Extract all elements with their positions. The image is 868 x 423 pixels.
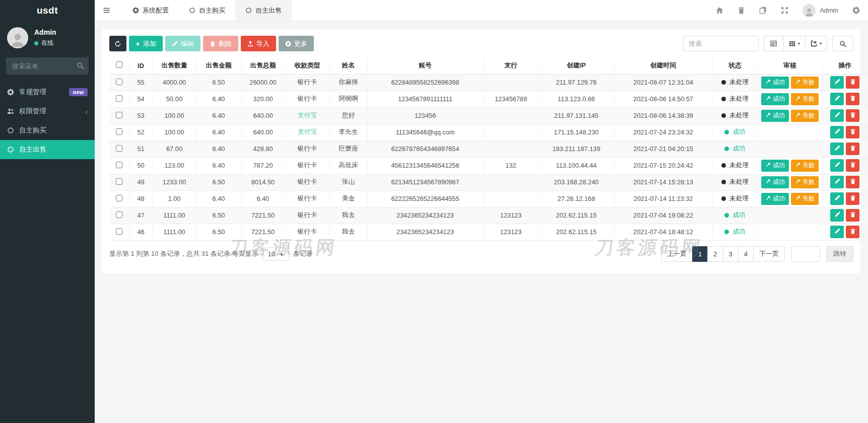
edit-button[interactable]: 编辑	[165, 36, 201, 51]
edit-row-button[interactable]	[830, 126, 844, 138]
audit-fail-button[interactable]: 失败	[791, 176, 819, 188]
audit-fail-button[interactable]: 失败	[791, 110, 819, 122]
audit-fail-button[interactable]: 失败	[791, 93, 819, 105]
trash-icon	[850, 128, 856, 136]
delete-row-button[interactable]	[846, 109, 859, 122]
edit-row-button[interactable]	[830, 192, 844, 205]
cell-status: 未处理	[712, 157, 758, 174]
delete-row-button[interactable]	[846, 192, 859, 205]
row-checkbox[interactable]	[116, 228, 122, 235]
prev-page-button[interactable]: 上一页	[661, 246, 693, 262]
trash-icon	[850, 178, 856, 186]
delete-row-button[interactable]	[846, 159, 859, 172]
row-checkbox[interactable]	[116, 145, 122, 152]
tab-self-sell[interactable]: 自主出售	[235, 0, 292, 21]
home-icon[interactable]	[716, 7, 723, 14]
gavel-icon	[795, 112, 800, 119]
delete-row-button[interactable]	[846, 143, 859, 155]
sidebar-item-permission-management[interactable]: 权限管理‹	[0, 102, 95, 121]
cell-created: 2021-08-06 14:50:57	[614, 91, 712, 107]
page-button-2[interactable]: 2	[707, 246, 723, 262]
edit-row-button[interactable]	[830, 76, 844, 89]
edit-row-button[interactable]	[830, 143, 844, 155]
audit-fail-button[interactable]: 失败	[791, 77, 819, 89]
select-all-checkbox[interactable]	[116, 61, 122, 68]
audit-success-button[interactable]: 成功	[761, 176, 789, 188]
next-page-button[interactable]: 下一页	[753, 246, 785, 262]
tab-self-buy[interactable]: 自主购买	[179, 0, 235, 21]
copy-pages-icon[interactable]	[759, 7, 767, 14]
select-all-cell	[109, 57, 129, 74]
delete-row-button[interactable]	[846, 93, 859, 105]
circle-icon	[245, 7, 252, 14]
cell-actions	[822, 107, 867, 124]
row-checkbox[interactable]	[116, 112, 122, 118]
navbar-user-menu[interactable]: Admin	[803, 4, 838, 17]
more-button[interactable]: 更多	[279, 36, 314, 51]
audit-fail-button[interactable]: 失败	[791, 193, 819, 205]
sidebar-item-general-management[interactable]: 常规管理new	[0, 83, 95, 102]
tab-system-config[interactable]: 系统配置	[122, 0, 179, 21]
chevron-down-icon: ▾	[798, 41, 800, 46]
import-button[interactable]: 导入	[241, 36, 276, 51]
sidebar: usdt Admin 在线 常规管理new权限管理‹自主购买自主出售	[0, 0, 95, 423]
page-button-3[interactable]: 3	[723, 246, 739, 262]
sidebar-menu: 常规管理new权限管理‹自主购买自主出售	[0, 83, 95, 159]
delete-button[interactable]: 删除	[203, 36, 238, 51]
row-checkbox[interactable]	[116, 79, 122, 85]
page-button-4[interactable]: 4	[738, 246, 754, 262]
edit-row-button[interactable]	[830, 209, 844, 222]
settings-gear-icon[interactable]	[852, 7, 860, 14]
jump-page-input[interactable]	[791, 246, 820, 262]
add-button[interactable]: + 添加	[129, 36, 163, 51]
circle-icon	[189, 7, 195, 14]
delete-row-button[interactable]	[846, 126, 859, 138]
delete-row-button[interactable]	[846, 226, 859, 238]
refresh-button[interactable]	[109, 36, 126, 51]
cell-qty: 4000.00	[152, 74, 196, 91]
edit-row-button[interactable]	[830, 176, 844, 188]
row-checkbox[interactable]	[116, 162, 122, 168]
row-checkbox[interactable]	[116, 95, 122, 102]
audit-success-button[interactable]: 成功	[761, 160, 789, 172]
cell-status: 未处理	[712, 91, 758, 107]
edit-row-button[interactable]	[830, 226, 844, 238]
jump-button[interactable]: 跳转	[826, 246, 853, 262]
audit-success-button[interactable]: 成功	[761, 77, 789, 89]
audit-success-button[interactable]: 成功	[761, 93, 789, 105]
audit-success-button[interactable]: 成功	[761, 110, 789, 122]
edit-row-button[interactable]	[830, 159, 844, 172]
cell-total: 428.80	[241, 140, 285, 157]
page-button-1[interactable]: 1	[692, 246, 708, 262]
trash-icon[interactable]	[738, 7, 745, 14]
delete-row-button[interactable]	[846, 76, 859, 89]
edit-row-button[interactable]	[830, 109, 844, 122]
audit-fail-button[interactable]: 失败	[791, 160, 819, 172]
row-checkbox[interactable]	[116, 195, 122, 201]
column-header: 创建IP	[539, 57, 614, 74]
detail-view-button[interactable]	[764, 36, 784, 51]
columns-button[interactable]: ▾	[783, 36, 806, 51]
search-submit-button[interactable]	[832, 36, 853, 51]
audit-success-button[interactable]: 成功	[761, 193, 789, 205]
avatar	[7, 27, 28, 48]
row-checkbox[interactable]	[116, 212, 122, 218]
table-search-input[interactable]	[683, 36, 759, 51]
search-icon[interactable]	[77, 62, 84, 71]
page-size-dropdown[interactable]: 10 ▲	[262, 247, 289, 261]
hamburger-menu-icon[interactable]	[95, 0, 118, 21]
fullscreen-icon[interactable]	[781, 7, 788, 14]
gavel-icon	[795, 179, 800, 186]
delete-row-button[interactable]	[846, 176, 859, 188]
edit-row-button[interactable]	[830, 93, 844, 105]
delete-row-button[interactable]	[846, 209, 859, 222]
gavel-icon	[765, 162, 771, 169]
sidebar-item-self-buy[interactable]: 自主购买	[0, 121, 95, 140]
row-checkbox[interactable]	[116, 128, 122, 135]
export-button[interactable]: ▾	[805, 36, 827, 51]
row-checkbox[interactable]	[116, 178, 122, 185]
table-row: 52100.006.40640.00支付宝李先生111345646@qq.com…	[109, 124, 867, 140]
sidebar-item-self-sell[interactable]: 自主出售	[0, 140, 95, 159]
navbar-user-name: Admin	[820, 7, 838, 14]
cell-ip: 211.97.131.145	[539, 107, 614, 124]
